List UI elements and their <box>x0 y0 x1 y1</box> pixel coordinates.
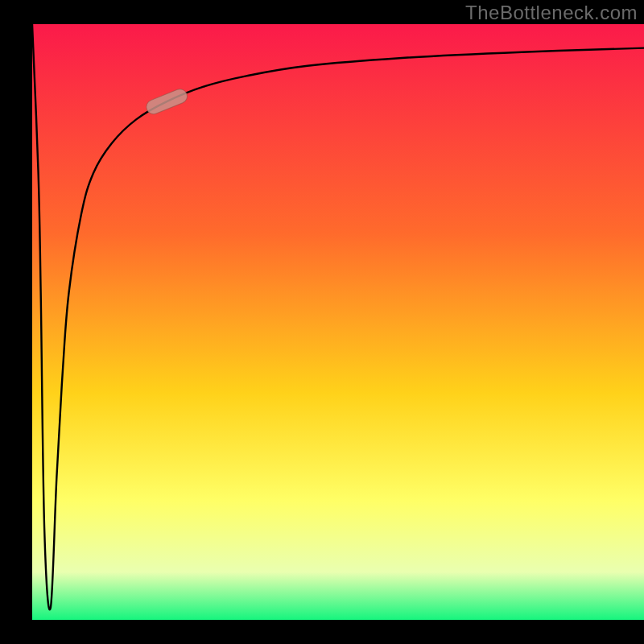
watermark-text: TheBottleneck.com <box>465 2 638 24</box>
plot-area <box>32 24 644 620</box>
gradient-background <box>32 24 644 620</box>
chart-container: TheBottleneck.com <box>0 0 644 644</box>
svg-rect-0 <box>32 24 644 620</box>
